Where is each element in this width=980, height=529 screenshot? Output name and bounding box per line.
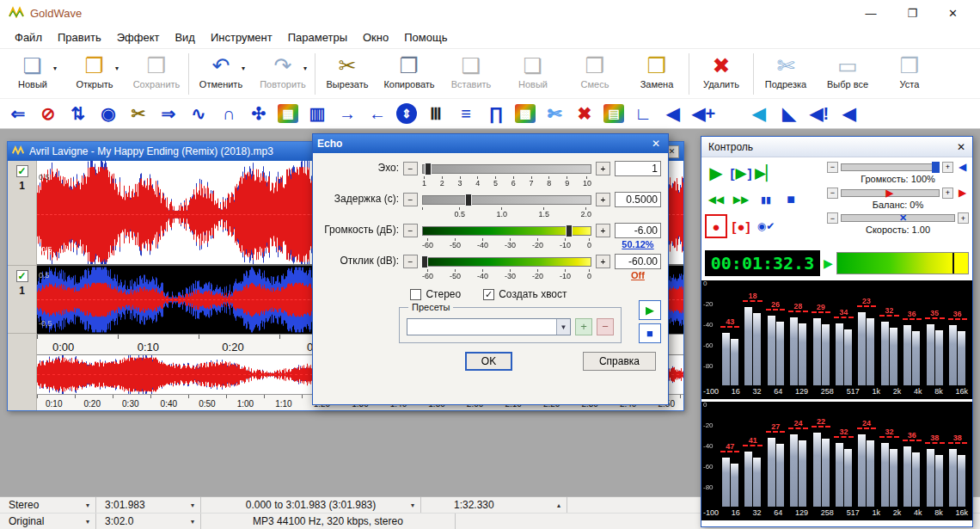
- insert-right-icon[interactable]: ⇒: [157, 101, 180, 126]
- increase-button[interactable]: +: [958, 212, 969, 224]
- control-window[interactable]: Контроль ✕ ▶[▶]▶▏◀◀▶▶▮▮■●[●]◉✔ −+◀Громко…: [701, 136, 973, 527]
- volume-slider[interactable]: [841, 163, 940, 171]
- channel-checkbox-R[interactable]: ✓: [16, 270, 28, 282]
- decrease-button[interactable]: −: [827, 188, 838, 199]
- balance-marker-icon[interactable]: ▶: [956, 187, 969, 199]
- volume-db-slider-link[interactable]: 50.12%: [615, 239, 661, 249]
- balance-slider[interactable]: ▶: [841, 189, 940, 197]
- channel-mode-cell[interactable]: Stereo▾: [0, 497, 96, 513]
- preset-combobox[interactable]: ▼: [407, 318, 571, 335]
- menu-item-window[interactable]: Окно: [355, 28, 396, 46]
- pause-button[interactable]: ▮▮: [755, 188, 777, 212]
- feedback-slider-value[interactable]: -60.00: [615, 254, 661, 269]
- volume-db-slider[interactable]: [422, 226, 591, 236]
- smooth-scissors-icon[interactable]: ✄: [543, 101, 566, 126]
- stereo-checkbox[interactable]: Стерео: [410, 288, 461, 300]
- preview-play-button[interactable]: ▶: [639, 300, 661, 320]
- replace-button[interactable]: ❒Замена: [626, 51, 688, 89]
- quality-cell[interactable]: Original▾: [0, 514, 96, 529]
- popup-arrow-icon[interactable]: ▾: [86, 501, 89, 509]
- decrease-button[interactable]: −: [403, 162, 418, 175]
- sphere-tool-icon[interactable]: ◉: [97, 101, 119, 126]
- goto-marker-icon[interactable]: ⇐: [7, 101, 29, 126]
- preset-remove-button[interactable]: −: [597, 318, 614, 335]
- popup-arrow-icon[interactable]: ▾: [191, 518, 194, 526]
- menu-item-file[interactable]: Файл: [7, 28, 50, 46]
- minimize-button[interactable]: —: [865, 7, 876, 20]
- menu-item-effect[interactable]: Эффект: [109, 28, 168, 46]
- gradient-palette-icon[interactable]: ▤: [603, 104, 624, 123]
- popup-arrow-icon[interactable]: ▾: [411, 501, 414, 509]
- save-button[interactable]: ❒Сохранить: [126, 51, 187, 89]
- selection-cell[interactable]: 0.000 to 3:01.983 (3:01.983)▾: [201, 497, 421, 513]
- help-button[interactable]: Справка: [583, 352, 656, 371]
- decrease-button[interactable]: −: [403, 224, 418, 237]
- pitch-sphere-icon[interactable]: ⇕: [396, 103, 417, 124]
- stop-button[interactable]: ■: [780, 188, 802, 212]
- slider-thumb[interactable]: ✕: [899, 212, 907, 224]
- slider-thumb[interactable]: [465, 194, 472, 206]
- channel-toggle-R[interactable]: ✓1: [8, 266, 36, 334]
- ok-button[interactable]: OK: [465, 352, 512, 371]
- open-button[interactable]: ❐▾Открыть: [64, 51, 126, 89]
- position-cell[interactable]: 1:32.330▴: [421, 497, 567, 513]
- play-all-button[interactable]: ▶▏: [755, 161, 777, 185]
- delete-button[interactable]: ✖Удалить: [690, 51, 752, 89]
- feedback-slider[interactable]: [422, 257, 591, 267]
- speaker-alert-icon[interactable]: ◀!: [808, 101, 830, 126]
- new-button[interactable]: ❏▾Новый: [2, 51, 64, 89]
- decrease-button[interactable]: −: [827, 162, 838, 173]
- speaker-left-icon[interactable]: ◀: [838, 101, 861, 126]
- control-titlebar[interactable]: Контроль ✕: [701, 137, 972, 157]
- delay-slider[interactable]: [422, 195, 591, 205]
- channel-checkbox-L[interactable]: ✓: [16, 165, 28, 177]
- dropdown-arrow-icon[interactable]: ▾: [115, 65, 119, 72]
- copy-button[interactable]: ❐Копировать: [378, 51, 440, 89]
- echo-amount-slider-value[interactable]: 1: [615, 161, 661, 176]
- tail-checkbox[interactable]: ✓Создать хвост: [483, 288, 567, 300]
- flower-gear-icon[interactable]: ✣: [248, 101, 270, 126]
- menu-item-view[interactable]: Вид: [167, 28, 203, 46]
- popup-arrow-icon[interactable]: ▾: [191, 501, 194, 509]
- speaker-add-icon[interactable]: ◀+: [692, 101, 715, 126]
- increase-button[interactable]: +: [596, 255, 610, 268]
- comb-filter-icon[interactable]: ∏: [485, 101, 507, 126]
- popup-arrow-icon[interactable]: ▴: [557, 501, 560, 509]
- speaker-play-icon[interactable]: ◀: [748, 101, 770, 126]
- restore-button[interactable]: ❐: [907, 7, 917, 20]
- record-selection-button[interactable]: [●]: [730, 214, 752, 238]
- mix-button[interactable]: ❒Смесь: [564, 51, 626, 89]
- menu-item-options[interactable]: Параметры: [280, 28, 355, 46]
- volume-db-slider-value[interactable]: -6.00: [615, 223, 661, 238]
- corner-plot-icon[interactable]: ∟: [632, 101, 654, 126]
- cut-button[interactable]: ✂Вырезать: [316, 51, 378, 89]
- channel-toggle-L[interactable]: ✓1: [8, 161, 36, 266]
- trim-button[interactable]: ✄Подрезка: [755, 51, 817, 89]
- rewind-button[interactable]: ◀◀: [705, 188, 727, 212]
- close-icon[interactable]: ✕: [957, 141, 965, 153]
- chevron-down-icon[interactable]: ▼: [556, 319, 570, 335]
- close-icon[interactable]: ✕: [648, 138, 664, 150]
- decrease-button[interactable]: −: [403, 255, 418, 268]
- spectrum-grid-icon[interactable]: ▩: [515, 104, 536, 123]
- corner-arrow-icon[interactable]: ◣: [778, 101, 800, 126]
- dropdown-arrow-icon[interactable]: ▾: [242, 65, 245, 72]
- slider-thumb[interactable]: [421, 255, 428, 268]
- doppler-wave-icon[interactable]: ∿: [187, 101, 210, 126]
- expression-chart-icon[interactable]: ▥: [306, 101, 328, 126]
- delay-slider-value[interactable]: 0.5000: [615, 192, 661, 207]
- dropdown-arrow-icon[interactable]: ▾: [303, 65, 307, 72]
- preset-add-button[interactable]: +: [575, 318, 592, 335]
- increase-button[interactable]: +: [942, 162, 953, 173]
- echo-amount-slider[interactable]: [422, 164, 591, 174]
- increase-button[interactable]: +: [942, 188, 953, 199]
- disable-edit-icon[interactable]: ⊘: [37, 101, 59, 126]
- menu-item-tool[interactable]: Инструмент: [203, 28, 280, 46]
- select-all-button[interactable]: ▭Выбр все: [817, 51, 879, 89]
- close-button[interactable]: ✕: [948, 7, 958, 20]
- menu-item-help[interactable]: Помощь: [396, 28, 455, 46]
- echo-dialog[interactable]: Echo ✕ Эхо:−+112345678910Задержка (с):−+…: [312, 133, 669, 405]
- play-button[interactable]: ▶: [705, 161, 727, 185]
- remove-marker-icon[interactable]: ✖: [573, 101, 596, 126]
- record-mode-button[interactable]: ◉✔: [755, 214, 777, 238]
